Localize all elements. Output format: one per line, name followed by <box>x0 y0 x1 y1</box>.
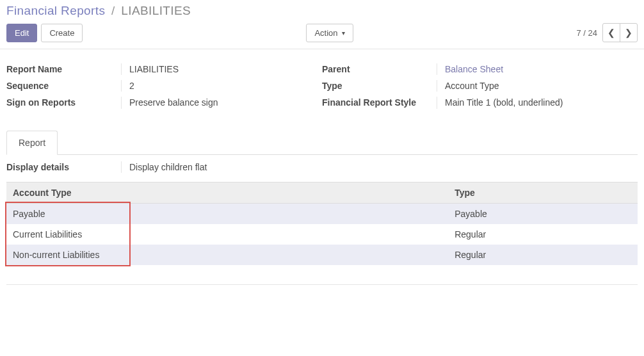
cell-type: Regular <box>448 245 638 265</box>
style-label: Financial Report Style <box>322 97 437 108</box>
col-account-type: Account Type <box>6 182 448 203</box>
breadcrumb-separator: / <box>111 4 115 17</box>
caret-down-icon: ▾ <box>342 29 345 36</box>
create-button[interactable]: Create <box>41 24 83 42</box>
table-row[interactable]: Current LiabilitiesRegular <box>6 224 638 245</box>
report-name-label: Report Name <box>6 63 122 75</box>
table-row[interactable]: Non-current LiabilitiesRegular <box>6 245 638 265</box>
divider <box>6 284 638 285</box>
breadcrumb-current: LIABILITIES <box>121 4 191 17</box>
pager-position: 7 / 24 <box>576 28 597 38</box>
sequence-label: Sequence <box>6 80 122 92</box>
type-value: Account Type <box>437 80 638 92</box>
breadcrumb: Financial Reports / LIABILITIES <box>6 4 638 18</box>
sequence-value: 2 <box>122 80 322 92</box>
cell-account-type: Non-current Liabilities <box>6 245 448 265</box>
sign-value: Preserve balance sign <box>122 97 322 108</box>
edit-button[interactable]: Edit <box>6 24 37 42</box>
cell-account-type: Current Liabilities <box>6 224 448 245</box>
action-dropdown[interactable]: Action ▾ <box>306 24 353 42</box>
cell-type: Payable <box>448 203 638 224</box>
type-label: Type <box>322 80 437 92</box>
style-value: Main Title 1 (bold, underlined) <box>437 97 638 108</box>
parent-link[interactable]: Balance Sheet <box>445 64 503 74</box>
cell-account-type: Payable <box>6 203 448 224</box>
chevron-left-icon: ❮ <box>608 28 615 38</box>
account-types-table: Account Type Type PayablePayableCurrent … <box>6 182 638 265</box>
action-label: Action <box>314 28 337 38</box>
col-type: Type <box>448 182 638 203</box>
chevron-right-icon: ❯ <box>625 28 632 38</box>
tab-report[interactable]: Report <box>6 131 58 155</box>
parent-label: Parent <box>322 63 437 75</box>
report-name-value: LIABILITIES <box>122 63 322 75</box>
breadcrumb-root-link[interactable]: Financial Reports <box>6 4 105 17</box>
sign-label: Sign on Reports <box>6 97 122 108</box>
cell-type: Regular <box>448 224 638 245</box>
pager-prev-button[interactable]: ❮ <box>602 23 620 42</box>
table-row[interactable]: PayablePayable <box>6 203 638 224</box>
pager-next-button[interactable]: ❯ <box>620 23 638 42</box>
display-details-label: Display details <box>6 161 122 173</box>
display-details-value: Display children flat <box>122 161 638 173</box>
